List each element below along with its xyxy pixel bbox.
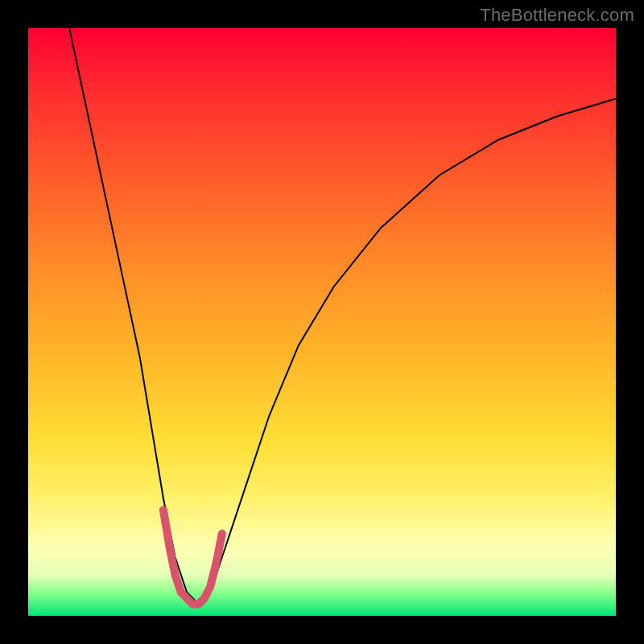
watermark-text: TheBottleneck.com: [480, 5, 634, 26]
chart-svg: [28, 28, 616, 616]
plot-area: [28, 28, 616, 616]
minimum-marker-path: [163, 510, 222, 605]
chart-frame: TheBottleneck.com: [0, 0, 644, 644]
main-curve-path: [69, 28, 616, 604]
